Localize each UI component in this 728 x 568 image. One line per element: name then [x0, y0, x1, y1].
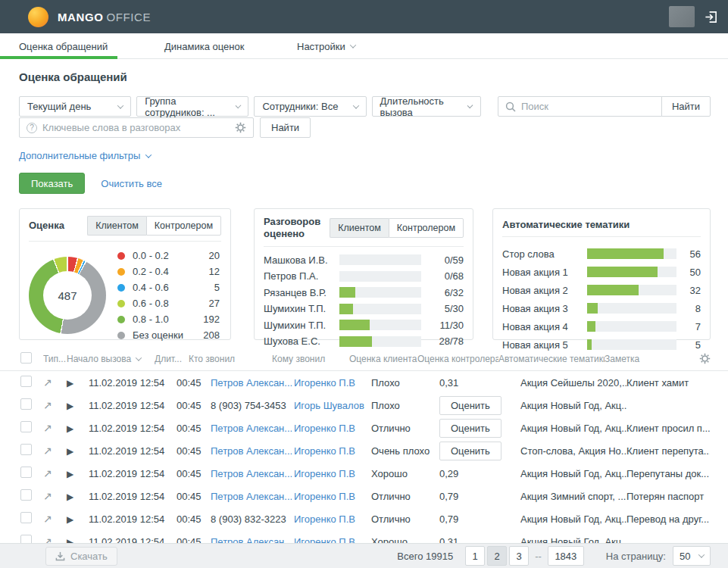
search-find-button[interactable]: Найти — [661, 96, 711, 117]
play-record-button[interactable]: ▶ — [67, 469, 73, 479]
row-checkbox[interactable] — [20, 398, 32, 410]
logout-button[interactable] — [702, 8, 719, 25]
auto-topics-cell: Акция Сейшелы 2020,... — [520, 377, 626, 389]
row-checkbox[interactable] — [20, 467, 32, 478]
rate-button[interactable]: Оценить — [439, 442, 501, 460]
bar-row: Стор слова 56 — [502, 245, 701, 263]
play-record-button[interactable]: ▶ — [67, 378, 73, 389]
rating-toggle-controller[interactable]: Контролером — [146, 216, 221, 236]
per-page-label: На страницу: — [606, 551, 666, 562]
caller-link[interactable]: Петров Алексан... — [211, 445, 294, 457]
legend-item: Без оценки 208 — [117, 327, 220, 343]
per-page-select[interactable]: 50 — [673, 546, 711, 566]
row-checkbox[interactable] — [20, 444, 32, 455]
brand-light: OFFICE — [107, 11, 152, 23]
call-duration-dropdown[interactable]: Длительность вызова — [372, 96, 481, 117]
bar-track — [339, 271, 421, 282]
callee-link[interactable]: Игоренко П.В — [294, 377, 371, 389]
tab-bar: Оценка обращений Динамика оценок Настрой… — [0, 33, 728, 59]
bar-fill — [339, 320, 370, 330]
callee-link[interactable]: Игоренко П.В — [294, 445, 371, 457]
search-input[interactable] — [521, 101, 655, 112]
rated-toggle-controller[interactable]: Контролером — [389, 218, 464, 238]
call-duration: 00:45 — [177, 445, 211, 457]
page-button-3[interactable]: 3 — [509, 546, 529, 566]
rating-toggle-client[interactable]: Клиентом — [87, 216, 146, 236]
employee-group-dropdown[interactable]: Группа сотрудников: ... — [136, 96, 248, 117]
col-header-callee: Кому звонил — [272, 354, 349, 364]
rate-button[interactable]: Оценить — [439, 419, 501, 438]
rating-toggle: Клиентом Контролером — [87, 216, 221, 236]
row-checkbox[interactable] — [20, 376, 32, 387]
bar-fill — [587, 267, 658, 277]
legend-item: 0.6 - 0.8 27 — [117, 295, 220, 311]
callee-link[interactable]: Игоренко П.В — [294, 423, 371, 434]
legend-dot — [117, 300, 125, 307]
tab-dynamics[interactable]: Динамика оценок — [164, 33, 244, 59]
bar-track — [339, 304, 421, 314]
table-row[interactable]: ↗ ▶ 11.02.2019 12:54 00:45 Петров Алекса… — [0, 485, 728, 507]
actions-row: Показать Очистить все — [19, 173, 162, 194]
employee-name: Петров П.А. — [264, 270, 339, 282]
keywords-find-button[interactable]: Найти — [260, 117, 311, 138]
table-row[interactable]: ↗ ▶ 11.02.2019 12:54 00:45 8 (903) 832-3… — [0, 507, 728, 530]
rated-toggle-client[interactable]: Клиентом — [330, 218, 389, 238]
table-settings-gear-icon[interactable] — [699, 353, 711, 364]
note-cell: Клиент хамит — [626, 377, 710, 389]
help-question-icon[interactable]: ? — [27, 123, 37, 133]
bar-row: Новая акция 3 8 — [502, 299, 701, 317]
rating-panel-body: 487 0.0 - 0.2 20 0.2 - 0.4 12 0.4 - 0.6 — [20, 242, 230, 343]
page-button-2-active[interactable]: 2 — [487, 546, 507, 566]
table-row[interactable]: ↗ ▶ 11.02.2019 12:54 00:45 8 (903) 754-3… — [0, 394, 728, 417]
caller-link[interactable]: Петров Алексан... — [211, 468, 294, 479]
table-row[interactable]: ↗ ▶ 11.02.2019 12:54 00:45 Петров Алекса… — [0, 439, 728, 462]
table-row[interactable]: ↗ ▶ 11.02.2019 12:54 00:45 Петров Алекса… — [0, 417, 728, 439]
download-button[interactable]: Скачать — [45, 547, 117, 566]
select-all-checkbox[interactable] — [20, 352, 32, 364]
play-record-button[interactable]: ▶ — [67, 446, 73, 457]
callee-link[interactable]: Игорь Шувалов — [294, 400, 371, 411]
tab-settings[interactable]: Настройки — [297, 33, 355, 59]
callee-link[interactable]: Игоренко П.В — [294, 513, 371, 525]
row-checkbox[interactable] — [20, 489, 32, 501]
play-record-button[interactable]: ▶ — [67, 514, 73, 525]
period-dropdown[interactable]: Текущий день — [19, 96, 131, 117]
call-start-time: 11.02.2019 12:54 — [89, 400, 177, 411]
search-box — [498, 96, 662, 117]
sort-chevron-icon — [136, 354, 142, 360]
col-header-duration: Длит... — [155, 354, 189, 364]
bar-value: 32 — [690, 285, 701, 296]
table-row[interactable]: ↗ ▶ 11.02.2019 12:54 00:45 Петров Алекса… — [0, 462, 728, 485]
clear-all-link[interactable]: Очистить все — [101, 178, 162, 189]
caller-link[interactable]: Петров Алексан... — [211, 423, 294, 434]
caller-link[interactable]: Петров Алексан... — [211, 377, 294, 389]
more-filters-link[interactable]: Дополнительные фильтры — [19, 150, 151, 161]
tab-assessment[interactable]: Оценка обращений — [19, 33, 108, 59]
employees-dropdown[interactable]: Сотрудники: Все — [254, 96, 366, 117]
show-button[interactable]: Показать — [19, 173, 85, 194]
keywords-input[interactable] — [42, 122, 230, 133]
bar-track — [587, 248, 676, 259]
keywords-settings-gear-icon[interactable] — [235, 122, 246, 133]
client-score: Отлично — [371, 513, 439, 525]
row-checkbox[interactable] — [20, 421, 32, 432]
bar-value: 6/32 — [445, 287, 464, 298]
play-record-button[interactable]: ▶ — [67, 423, 73, 434]
play-record-button[interactable]: ▶ — [67, 401, 73, 411]
rate-button[interactable]: Оценить — [439, 396, 501, 415]
page-button-last[interactable]: 1843 — [548, 546, 584, 566]
brand-title: MANGOOFFICE — [58, 11, 151, 23]
legend-label: 0.2 - 0.4 — [133, 266, 169, 277]
col-header-start[interactable]: Начало вызова — [67, 354, 155, 364]
call-start-time: 11.02.2019 12:54 — [89, 491, 177, 502]
play-record-button[interactable]: ▶ — [67, 492, 73, 502]
table-row[interactable]: ↗ ▶ 11.02.2019 12:54 00:45 Петров Алекса… — [0, 371, 728, 394]
page-button-1[interactable]: 1 — [465, 546, 485, 566]
callee-link[interactable]: Игоренко П.В — [294, 468, 371, 479]
legend-dot — [117, 268, 125, 276]
callee-link[interactable]: Игоренко П.В — [294, 491, 371, 502]
caller-link[interactable]: Петров Алексан... — [211, 491, 294, 502]
employees-value: Сотрудники: Все — [262, 101, 338, 112]
row-checkbox[interactable] — [20, 512, 32, 523]
legend-value: 12 — [209, 266, 220, 277]
